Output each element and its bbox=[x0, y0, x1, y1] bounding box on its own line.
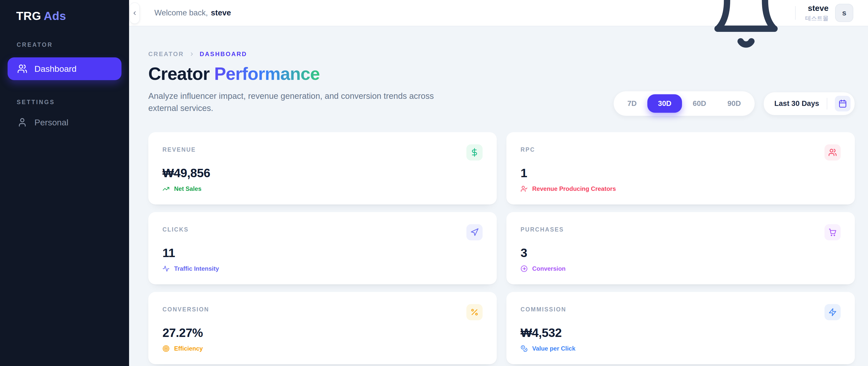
users-icon bbox=[828, 148, 837, 157]
card-footer: Value per Click bbox=[521, 345, 841, 352]
user-icon bbox=[17, 117, 27, 127]
card-icon-box bbox=[466, 304, 483, 320]
logo-text-accent: Ads bbox=[44, 9, 66, 23]
card-top: COMMISSION bbox=[521, 304, 841, 320]
card-value: ₩4,532 bbox=[521, 326, 841, 340]
card-footer: Efficiency bbox=[162, 345, 483, 352]
sidebar-item-label: Personal bbox=[34, 118, 68, 127]
range-controls: 7D30D60D90D Last 30 Days bbox=[613, 90, 855, 116]
header-divider bbox=[795, 6, 796, 20]
range-tab-7d[interactable]: 7D bbox=[617, 94, 647, 113]
coins-icon bbox=[521, 345, 528, 352]
logo-text-primary: TRG bbox=[16, 9, 41, 23]
metric-card-clicks: CLICKS 11 Traffic Intensity bbox=[148, 212, 497, 285]
users-icon bbox=[17, 64, 27, 74]
percent-icon bbox=[470, 308, 479, 317]
card-value: 1 bbox=[521, 166, 841, 180]
app-logo: TRG Ads bbox=[8, 0, 121, 23]
trending-up-icon bbox=[162, 185, 169, 192]
card-top: CONVERSION bbox=[162, 304, 483, 320]
sidebar-item-label: Dashboard bbox=[34, 64, 76, 74]
user-check-icon bbox=[521, 185, 528, 192]
page-content: CREATOR DASHBOARD Creator Performance An… bbox=[129, 26, 868, 366]
card-label: CLICKS bbox=[162, 224, 189, 233]
date-filter-button[interactable]: Last 30 Days bbox=[764, 92, 855, 115]
profile-menu[interactable]: steve 테스트몰 s bbox=[805, 4, 853, 22]
sidebar-item-dashboard[interactable]: Dashboard bbox=[8, 57, 121, 80]
card-value: 11 bbox=[162, 246, 483, 260]
range-tab-60d[interactable]: 60D bbox=[682, 94, 717, 113]
card-icon-box bbox=[825, 224, 841, 240]
card-icon-box bbox=[466, 224, 483, 240]
breadcrumb-creator[interactable]: CREATOR bbox=[148, 51, 184, 58]
range-tabs: 7D30D60D90D bbox=[613, 91, 755, 116]
metric-card-commission: COMMISSION ₩4,532 Value per Click bbox=[506, 292, 855, 364]
sidebar: TRG Ads CREATOR Dashboard SETTINGS Perso… bbox=[0, 0, 129, 366]
profile-org: 테스트몰 bbox=[805, 14, 829, 22]
zap-icon bbox=[828, 308, 837, 317]
card-label: RPC bbox=[521, 144, 535, 153]
dollar-sign-icon bbox=[470, 148, 479, 157]
card-footer-label: Conversion bbox=[532, 265, 566, 272]
main-area: Welcome back,steve steve 테스트몰 s CREATOR … bbox=[129, 0, 868, 366]
sidebar-item-personal[interactable]: Personal bbox=[8, 113, 121, 131]
page-title-highlight: Performance bbox=[214, 64, 320, 84]
page-title-prefix: Creator bbox=[148, 64, 210, 84]
card-top: REVENUE bbox=[162, 144, 483, 161]
date-filter-label: Last 30 Days bbox=[774, 99, 819, 108]
header-right: steve 테스트몰 s bbox=[707, 0, 853, 52]
card-icon-box bbox=[825, 144, 841, 161]
chevron-right-icon bbox=[189, 51, 195, 57]
page-title: Creator Performance bbox=[148, 64, 855, 84]
shopping-cart-icon bbox=[828, 228, 837, 237]
sidebar-section-settings: SETTINGS bbox=[17, 99, 121, 106]
card-footer-label: Net Sales bbox=[174, 185, 202, 192]
chevron-left-icon bbox=[132, 10, 138, 16]
profile-name: steve bbox=[805, 4, 829, 13]
metric-card-revenue: REVENUE ₩49,856 Net Sales bbox=[148, 132, 497, 204]
metric-card-rpc: RPC 1 Revenue Producing Creators bbox=[506, 132, 855, 204]
calendar-icon-box bbox=[835, 96, 850, 111]
arrow-right-circle-icon bbox=[521, 265, 528, 272]
metric-card-purchases: PURCHASES 3 Conversion bbox=[506, 212, 855, 285]
card-label: REVENUE bbox=[162, 144, 196, 153]
breadcrumb-dashboard[interactable]: DASHBOARD bbox=[200, 51, 247, 58]
card-footer-label: Revenue Producing Creators bbox=[532, 185, 616, 192]
mouse-pointer-icon bbox=[470, 228, 479, 237]
greeting-text: Welcome back,steve bbox=[154, 8, 231, 18]
card-icon-box bbox=[825, 304, 841, 320]
metric-card-conversion: CONVERSION 27.27% Efficiency bbox=[148, 292, 497, 364]
card-footer: Conversion bbox=[521, 265, 841, 272]
top-header: Welcome back,steve steve 테스트몰 s bbox=[129, 0, 868, 26]
target-icon bbox=[162, 345, 169, 352]
range-tab-30d[interactable]: 30D bbox=[647, 94, 682, 113]
card-footer-label: Efficiency bbox=[174, 345, 203, 352]
card-label: CONVERSION bbox=[162, 304, 209, 313]
greeting-username: steve bbox=[211, 8, 231, 17]
card-icon-box bbox=[466, 144, 483, 161]
profile-meta: steve 테스트몰 bbox=[805, 4, 829, 22]
card-value: ₩49,856 bbox=[162, 166, 483, 180]
card-footer: Traffic Intensity bbox=[162, 265, 483, 272]
card-footer: Revenue Producing Creators bbox=[521, 185, 841, 192]
range-tab-90d[interactable]: 90D bbox=[717, 94, 751, 113]
date-chip-divider bbox=[827, 98, 827, 109]
card-top: PURCHASES bbox=[521, 224, 841, 240]
card-footer-label: Value per Click bbox=[532, 345, 576, 352]
card-label: COMMISSION bbox=[521, 304, 566, 313]
card-top: RPC bbox=[521, 144, 841, 161]
card-value: 27.27% bbox=[162, 326, 483, 340]
card-top: CLICKS bbox=[162, 224, 483, 240]
greeting-label: Welcome back, bbox=[154, 8, 208, 17]
avatar[interactable]: s bbox=[835, 4, 853, 22]
page-subtitle: Analyze influencer impact, revenue gener… bbox=[148, 90, 447, 114]
subtitle-row: Analyze influencer impact, revenue gener… bbox=[148, 90, 855, 116]
card-footer: Net Sales bbox=[162, 185, 483, 192]
sidebar-section-creator: CREATOR bbox=[17, 41, 121, 48]
card-footer-label: Traffic Intensity bbox=[174, 265, 219, 272]
notifications-button[interactable] bbox=[707, 0, 785, 52]
metric-cards-grid: REVENUE ₩49,856 Net Sales RPC 1 Revenue … bbox=[148, 132, 855, 364]
sidebar-collapse-button[interactable] bbox=[130, 3, 140, 24]
activity-icon bbox=[162, 265, 169, 272]
card-value: 3 bbox=[521, 246, 841, 260]
